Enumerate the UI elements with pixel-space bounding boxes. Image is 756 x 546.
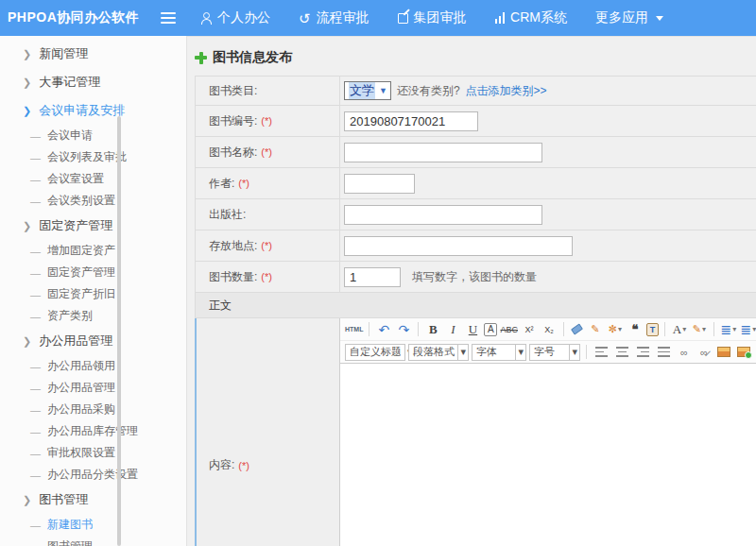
- sidebar-scrollbar[interactable]: [117, 116, 121, 546]
- chevron-down-icon: ▾: [752, 325, 756, 333]
- nav-item-流程审批[interactable]: ↺流程审批: [299, 9, 369, 26]
- format-painter-icon[interactable]: ✎: [587, 321, 604, 338]
- sidebar-group-label: 图书管理: [39, 491, 88, 508]
- sidebar-item-办公用品采购[interactable]: —办公用品采购: [0, 399, 186, 420]
- book-number-input[interactable]: [344, 111, 478, 131]
- undo-icon[interactable]: ↶: [375, 321, 392, 338]
- sidebar-item-会议申请[interactable]: —会议申请: [0, 125, 186, 146]
- select-label: 字号: [534, 345, 555, 359]
- sidebar-item-label: 审批权限设置: [47, 445, 115, 461]
- top-bar: PHPOA协同办公软件 个人办公↺流程审批集团审批CRM系统更多应用: [0, 0, 756, 36]
- sidebar-item-新建图书[interactable]: —新建图书: [0, 514, 186, 536]
- strikethrough-icon[interactable]: ABC: [500, 321, 518, 338]
- sidebar-item-审批权限设置[interactable]: —审批权限设置: [0, 442, 186, 464]
- group-approval-icon: [398, 13, 408, 24]
- nav-item-更多应用[interactable]: 更多应用: [595, 9, 663, 26]
- unordered-list-icon[interactable]: ≣▾: [740, 321, 756, 338]
- quantity-input[interactable]: [344, 267, 401, 287]
- redo-icon[interactable]: ↷: [395, 321, 412, 338]
- sidebar-item-label: 资产类别: [47, 308, 93, 324]
- font-family-select[interactable]: 字体▾: [472, 344, 526, 361]
- add-icon: [195, 52, 207, 64]
- sidebar-item-办公用品分类设置[interactable]: —办公用品分类设置: [0, 464, 186, 486]
- sidebar-group-办公用品管理[interactable]: ❯办公用品管理: [0, 327, 186, 355]
- sidebar-item-会议类别设置[interactable]: —会议类别设置: [0, 190, 186, 212]
- sidebar-item-label: 新建图书: [47, 517, 93, 533]
- category-label: 图书类目:: [209, 83, 257, 99]
- insert-image-icon[interactable]: [717, 347, 730, 357]
- sidebar-group-label: 会议申请及安排: [39, 102, 125, 119]
- nav-item-个人办公[interactable]: 个人办公: [200, 9, 270, 26]
- sidebar-item-会议室设置[interactable]: —会议室设置: [0, 168, 186, 190]
- nav-item-集团审批[interactable]: 集团审批: [398, 9, 467, 26]
- font-color-icon[interactable]: A▾: [671, 321, 688, 338]
- category-selected-value: 文学: [349, 82, 375, 99]
- paragraph-select[interactable]: 段落格式▾: [408, 344, 469, 361]
- author-input[interactable]: [344, 174, 415, 194]
- blockquote-icon[interactable]: ❝: [627, 321, 644, 338]
- highlight-pen-icon[interactable]: ✎▾: [691, 321, 708, 338]
- book-name-input[interactable]: [344, 143, 542, 162]
- paste-text-icon[interactable]: T: [646, 323, 659, 336]
- ordered-list-icon[interactable]: ≣▾: [720, 321, 737, 338]
- sidebar-item-label: 办公用品领用: [47, 358, 115, 374]
- sidebar-item-label: 增加固定资产: [47, 243, 115, 259]
- html-source-icon[interactable]: HTML: [345, 321, 363, 338]
- location-input[interactable]: [344, 236, 573, 256]
- chevron-right-icon: ❯: [23, 494, 31, 506]
- dash-icon: —: [30, 267, 41, 279]
- sidebar-item-资产类别[interactable]: —资产类别: [0, 305, 186, 327]
- nav-item-CRM系统[interactable]: CRM系统: [495, 9, 567, 26]
- form-row-book-name: 图书名称: (*): [196, 137, 756, 168]
- sidebar-group-新闻管理[interactable]: ❯新闻管理: [0, 40, 186, 68]
- sidebar-group-会议申请及安排[interactable]: ❯会议申请及安排: [0, 96, 186, 125]
- sidebar-item-办公用品管理[interactable]: —办公用品管理: [0, 377, 186, 399]
- app-logo[interactable]: PHPOA协同办公软件: [0, 9, 161, 26]
- font-size-select[interactable]: 字号▾: [529, 344, 580, 361]
- heading-select[interactable]: 自定义标题▾: [345, 344, 405, 361]
- align-right-icon[interactable]: [637, 347, 649, 357]
- sidebar-item-办公用品库存管理[interactable]: —办公用品库存管理: [0, 420, 186, 442]
- menu-toggle-icon[interactable]: [161, 12, 176, 24]
- subscript-icon[interactable]: X₂: [541, 321, 558, 338]
- sidebar-item-会议列表及审批[interactable]: —会议列表及审批: [0, 146, 186, 168]
- add-category-link[interactable]: 点击添加类别>>: [466, 83, 547, 99]
- chevron-down-icon: ▾: [732, 325, 736, 333]
- bold-icon[interactable]: B: [424, 321, 441, 338]
- page-title: 图书信息发布: [195, 49, 756, 66]
- dash-icon: —: [30, 152, 41, 163]
- image-manager-icon[interactable]: [737, 347, 750, 357]
- font-border-icon[interactable]: A: [484, 323, 497, 336]
- sidebar-item-固定资产管理[interactable]: —固定资产管理: [0, 262, 186, 283]
- unlink-icon[interactable]: ∞̷: [696, 344, 713, 361]
- link-icon[interactable]: ∞: [676, 344, 693, 361]
- required-asterisk: (*): [238, 460, 249, 471]
- italic-icon[interactable]: I: [444, 321, 461, 338]
- toolbar-separator: [563, 322, 564, 336]
- sidebar-group-图书管理[interactable]: ❯图书管理: [0, 486, 186, 514]
- eraser-icon[interactable]: [571, 323, 583, 334]
- dash-icon: —: [30, 361, 41, 372]
- sidebar-item-办公用品领用[interactable]: —办公用品领用: [0, 355, 186, 377]
- sidebar-menu: ❯新闻管理❯大事记管理❯会议申请及安排—会议申请—会议列表及审批—会议室设置—会…: [0, 40, 186, 546]
- remove-format-icon[interactable]: ✼▾: [607, 321, 624, 338]
- form-row-category: 图书类目: 文学 ▼ 还没有类别? 点击添加类别>>: [196, 77, 756, 106]
- align-center-icon[interactable]: [616, 347, 628, 357]
- publisher-input[interactable]: [344, 205, 542, 225]
- sidebar-item-label: 会议列表及审批: [47, 149, 127, 165]
- sidebar-item-label: 办公用品库存管理: [47, 423, 138, 439]
- underline-icon[interactable]: U: [464, 321, 481, 338]
- crm-chart-icon: [495, 12, 506, 24]
- sidebar-group-大事记管理[interactable]: ❯大事记管理: [0, 68, 186, 96]
- align-justify-icon[interactable]: [658, 347, 670, 357]
- editor-content[interactable]: [340, 364, 756, 546]
- align-left-icon[interactable]: [595, 347, 608, 357]
- dash-icon: —: [30, 196, 41, 207]
- book-category-select[interactable]: 文学 ▼: [344, 81, 391, 100]
- sidebar-group-固定资产管理[interactable]: ❯固定资产管理: [0, 212, 186, 240]
- sidebar-item-固定资产折旧[interactable]: —固定资产折旧: [0, 283, 186, 305]
- sidebar-item-增加固定资产[interactable]: —增加固定资产: [0, 240, 186, 262]
- superscript-icon[interactable]: X²: [521, 321, 538, 338]
- sidebar-item-label: 办公用品分类设置: [47, 467, 138, 483]
- sidebar-item-图书管理[interactable]: —图书管理: [0, 536, 186, 546]
